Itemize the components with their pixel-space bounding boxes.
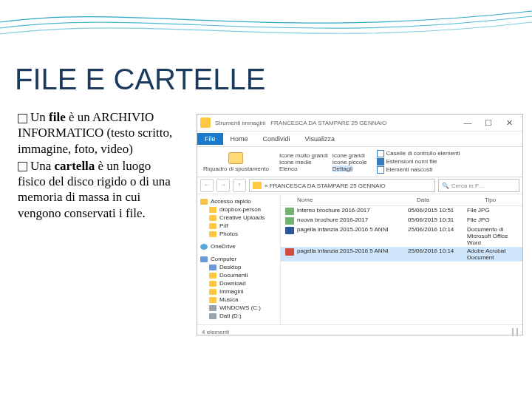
showhide-group: Caselle di controllo elementi Estensioni… [377,150,460,174]
nav-sidebar: Accesso rapido dropbox-person Creative U… [197,194,281,324]
col-type[interactable]: Tipo [480,194,522,205]
navpane-button[interactable]: Riquadro di spostamento [203,152,269,172]
ribbon-toolbar: Riquadro di spostamento Icone molto gran… [197,147,522,177]
word-icon [285,227,294,234]
sidebar-item-pdf[interactable]: Pdf [199,222,279,230]
status-count: 4 elementi [202,329,229,335]
bullet-1: Un file è un ARCHIVIO INFORMATICO (testo… [18,109,182,157]
address-bar[interactable]: « FRANCESCA DA STAMPARE 25 GENNAIO [249,179,435,192]
sidebar-item-computer[interactable]: Computer [199,255,279,263]
sidebar-item-data-d[interactable]: Dati (D:) [199,312,279,320]
chk-extensions[interactable]: Estensioni nomi file [377,158,460,166]
view-thumbs-button[interactable] [516,328,518,336]
folder-icon [209,215,216,221]
folder-icon [209,281,216,287]
sidebar-item-windows-c[interactable]: WINDOWS (C:) [199,304,279,312]
navpane-icon [228,152,243,164]
image-icon [285,217,294,225]
drive-icon [209,305,216,311]
ribbon-tab-share[interactable]: Condividi [256,133,298,145]
pdf-icon [285,248,294,256]
column-headers[interactable]: Nome Data Tipo [281,194,522,206]
layout-lg[interactable]: Icone grandi [332,152,365,159]
folder-icon [209,231,216,237]
close-button[interactable]: ✕ [499,118,519,128]
layout-list[interactable]: Elenco [279,166,297,172]
view-details-button[interactable] [512,328,514,336]
sidebar-item-photos[interactable]: Photos [199,230,279,238]
sidebar-item-onedrive[interactable]: OneDrive [199,242,279,250]
folder-icon [209,289,216,295]
file-row[interactable]: nuova brochure 2016-2017 05/06/2015 10:3… [281,216,522,225]
drive-icon [209,313,216,319]
search-input[interactable]: 🔍Cerca in F… [438,179,519,192]
sidebar-item-desktop[interactable]: Desktop [199,263,279,271]
sidebar-item-documents[interactable]: Documenti [199,271,279,279]
image-icon [285,208,294,215]
col-date[interactable]: Data [412,194,480,205]
titlebar-context: Strumenti immagini FRANCESCA DA STAMPARE… [215,120,386,126]
layout-details[interactable]: Dettagli [332,166,352,172]
col-name[interactable]: Nome [281,194,412,205]
up-button[interactable]: ↑ [233,179,246,192]
cloud-icon [200,244,208,250]
ribbon-tabs: File Home Condividi Visualizza [197,132,522,147]
layout-group: Icone molto grandi Icone medie Elenco Ic… [279,152,367,172]
ribbon-tab-view[interactable]: Visualizza [298,133,342,145]
sidebar-item-downloads[interactable]: Download [199,279,279,287]
slide-title: FILE E CARTELLE [15,63,265,96]
file-explorer-window: Strumenti immagini FRANCESCA DA STAMPARE… [197,114,523,335]
decorative-wave [0,0,532,52]
titlebar[interactable]: Strumenti immagini FRANCESCA DA STAMPARE… [197,115,522,132]
star-icon [200,199,208,205]
minimize-button[interactable]: — [457,118,478,127]
folder-icon [209,297,216,303]
sidebar-item-dropbox[interactable]: dropbox-person [199,205,279,214]
sidebar-item-images[interactable]: Immagini [199,287,279,296]
file-list: Nome Data Tipo interno brochure 2016-201… [281,194,522,324]
body-text: Un file è un ARCHIVIO INFORMATICO (testo… [18,109,182,222]
folder-icon [209,207,216,213]
layout-md[interactable]: Icone medie [279,159,312,166]
folder-icon [209,223,216,229]
sidebar-item-music[interactable]: Musica [199,296,279,304]
ribbon-tab-file[interactable]: File [197,133,223,145]
sidebar-item-quickaccess[interactable]: Accesso rapido [199,197,279,205]
sidebar-item-creative[interactable]: Creative Uploads [199,214,279,222]
chk-item-boxes[interactable]: Caselle di controllo elementi [377,150,460,157]
status-bar: 4 elementi [197,324,522,338]
file-row[interactable]: interno brochure 2016-2017 05/06/2015 10… [281,206,522,216]
address-bar-row: ← → ↑ « FRANCESCA DA STAMPARE 25 GENNAIO… [197,177,522,194]
bullet-icon [18,114,27,123]
layout-xl[interactable]: Icone molto grandi [279,152,328,159]
bullet-2: Una cartella è un luogo fisico del disco… [18,158,182,221]
file-row[interactable]: pagella infanzia 2015-2016 5 ANNI 25/06/… [281,247,522,262]
back-button[interactable]: ← [200,179,214,192]
ribbon-tab-home[interactable]: Home [223,133,256,145]
desktop-icon [209,265,216,270]
forward-button[interactable]: → [216,179,230,192]
folder-icon [209,273,216,279]
folder-icon [200,117,211,128]
layout-sm[interactable]: Icone piccole [332,159,367,166]
folder-icon [253,182,262,189]
maximize-button[interactable]: ☐ [478,118,499,128]
pc-icon [200,256,208,262]
chk-hidden[interactable]: Elementi nascosti [377,166,460,174]
file-row[interactable]: pagella infanzia 2015-2016 5 ANNI 25/06/… [281,225,522,247]
bullet-icon [18,162,27,171]
